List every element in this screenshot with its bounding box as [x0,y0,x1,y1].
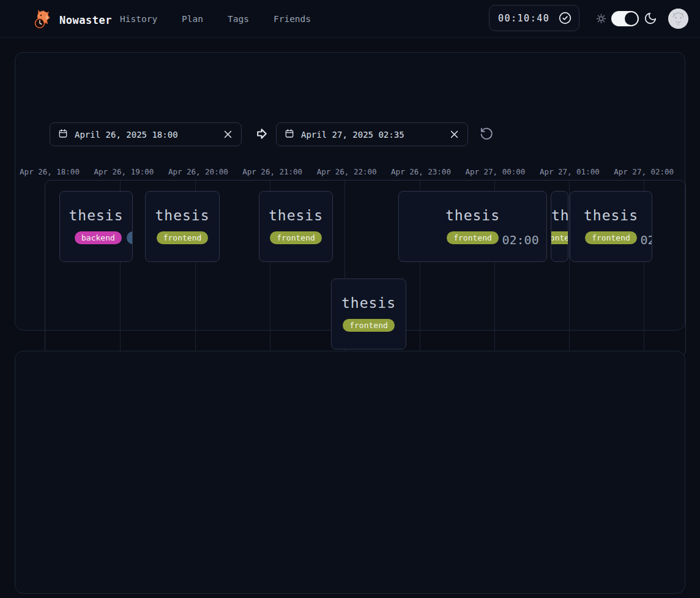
session-card[interactable]: thesisfrontend [259,191,333,262]
timeline-tick-label: Apr 26, 23:00 [391,167,451,176]
session-card[interactable]: thesisfrontend [331,278,406,349]
start-date-value: April 26, 2025 18:00 [75,130,178,140]
clear-start-date-icon[interactable] [223,129,233,140]
tag-pill-frontend[interactable]: frontend [270,231,322,244]
session-title: thesis [259,207,332,223]
end-date-value: April 27, 2025 02:35 [301,130,404,140]
session-tags: backendda [60,231,132,244]
session-tags: frontend [332,319,406,332]
session-tags: frontend [146,231,219,244]
circle-check-icon[interactable] [558,11,572,25]
app-title: Nowaster [59,14,112,26]
tag-pill-backend[interactable]: backend [75,231,122,244]
tag-pill-frontend[interactable]: frontend [447,231,499,244]
timeline-tick-label: Apr 27, 01:00 [540,167,600,176]
timeline-tick-label: Apr 26, 18:00 [20,167,80,176]
timeline-tick-label: Apr 27, 02:00 [614,167,674,176]
nav-link-history[interactable]: History [120,14,157,24]
tag-pill-frontend[interactable]: frontend [585,231,637,244]
start-date-input[interactable]: April 26, 2025 18:00 [50,122,242,146]
session-duration: 02:00 [502,233,539,247]
session-card[interactable]: thesisfrontend02:35 [570,191,652,262]
tag-pill-frontend[interactable]: frontend [551,231,568,244]
session-card[interactable]: thesisfrontend [551,191,568,262]
nav-link-tags[interactable]: Tags [228,14,249,24]
arrow-big-right-icon [254,126,269,144]
session-title: thesis [146,207,219,223]
tag-pill-da[interactable]: da [127,231,133,244]
timeline-tick-label: Apr 26, 22:00 [317,167,377,176]
timer-button[interactable]: 00:10:40 [489,5,579,31]
timeline-tick-label: Apr 26, 20:00 [168,167,228,176]
tag-pill-frontend[interactable]: frontend [157,231,209,244]
moon-icon [644,12,657,28]
sun-icon [596,13,606,26]
avatar[interactable] [668,9,688,29]
session-duration: 02:35 [641,233,653,247]
stats-section: Year 2024 2 00:0015:5031:4047:3063:20Jan… [15,351,685,594]
reset-rotate-ccw-icon[interactable] [480,127,494,143]
session-tags: frontend [259,231,332,244]
session-tags: frontend [570,231,652,244]
session-title: thesis [332,295,406,311]
nav-link-plan[interactable]: Plan [182,14,203,24]
nav-links: HistoryPlanTagsFriends [120,0,311,38]
session-tags: frontend [551,231,568,244]
session-title: thesis [570,207,652,223]
navbar: Nowaster HistoryPlanTagsFriends 00:10:40 [0,0,700,38]
nowaster-lion-logo-icon [32,8,54,32]
timer-value: 00:10:40 [498,13,549,24]
brand[interactable]: Nowaster [32,8,112,32]
session-card[interactable]: thesisbackendda [59,191,133,262]
session-title: thesis [551,207,568,223]
timeline-tick-label: Apr 26, 21:00 [242,167,302,176]
theme-toggle-knob [625,12,638,25]
tag-pill-frontend[interactable]: frontend [343,319,395,332]
app-page: Nowaster HistoryPlanTagsFriends 00:10:40 [0,0,700,598]
theme-toggle[interactable] [611,11,639,26]
calendar-icon [58,129,68,141]
session-card[interactable]: thesisfrontend [145,191,220,262]
nav-link-friends[interactable]: Friends [274,14,311,24]
timeline-tick-label: Apr 27, 00:00 [465,167,525,176]
calendar-icon [285,129,294,141]
timeline-section: April 26, 2025 18:00 April 27, 2025 02:3… [15,52,685,331]
end-date-input[interactable]: April 27, 2025 02:35 [276,122,468,146]
session-card[interactable]: thesisfrontend02:00 [398,191,547,262]
timeline-tick-label: Apr 26, 19:00 [94,167,154,176]
session-title: thesis [399,207,546,223]
clear-end-date-icon[interactable] [449,129,460,140]
session-title: thesis [60,207,132,223]
timeline-grid: thesisbackenddathesisfrontendthesisfront… [45,180,686,357]
